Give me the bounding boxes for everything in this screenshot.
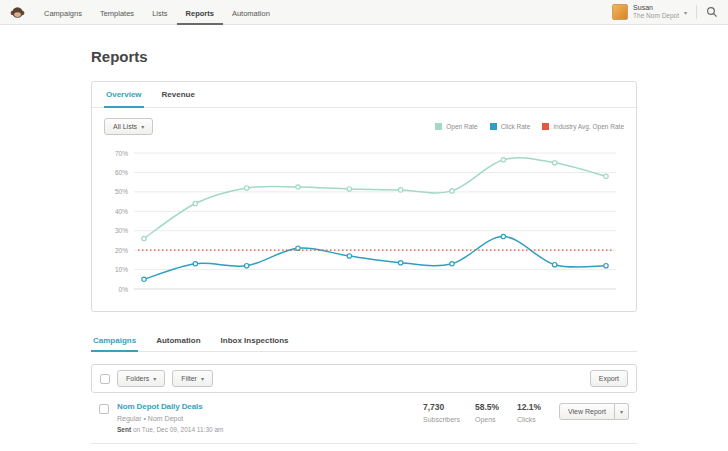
search-icon[interactable]: [706, 6, 718, 18]
nav-item-campaigns[interactable]: Campaigns: [35, 0, 91, 25]
nav-item-templates[interactable]: Templates: [91, 0, 143, 25]
primary-nav: Campaigns Templates Lists Reports Automa…: [35, 0, 279, 25]
chart-area: 0%10%20%30%40%50%60%70%: [92, 137, 636, 311]
sent-rest: on Tue, Dec 09, 2014 11:30 am: [131, 426, 223, 433]
stat-opens: 58.5% Opens: [475, 402, 517, 423]
svg-text:20%: 20%: [115, 247, 128, 254]
subscribers-label: Subscribers: [423, 416, 475, 423]
clicks-value: 12.1%: [517, 402, 559, 412]
chevron-down-icon: ▾: [201, 375, 204, 382]
select-all-checkbox[interactable]: [100, 374, 110, 384]
opens-label: Opens: [475, 416, 517, 423]
view-report-dropdown[interactable]: ▾: [615, 403, 629, 420]
account-name: Susan: [633, 4, 679, 13]
svg-text:30%: 30%: [115, 227, 128, 234]
campaign-row: Nom Depot Daily Deals Regular • Nom Depo…: [91, 393, 637, 444]
tab-campaigns[interactable]: Campaigns: [91, 330, 138, 352]
tab-automation[interactable]: Automation: [154, 330, 202, 351]
chevron-down-icon: ▾: [153, 375, 156, 382]
campaigns-tab-bar: Campaigns Automation Inbox Inspections: [91, 330, 637, 352]
nav-item-reports[interactable]: Reports: [177, 0, 223, 25]
chevron-down-icon: ▾: [620, 408, 623, 415]
svg-text:40%: 40%: [115, 208, 128, 215]
campaign-row: Modern Kitchen: Stories of capers and th…: [91, 444, 637, 451]
campaign-info: Nom Depot Daily Deals Regular • Nom Depo…: [117, 402, 415, 433]
legend-open-rate: Open Rate: [435, 123, 477, 130]
topbar-divider: [696, 5, 697, 19]
mailchimp-logo[interactable]: [10, 5, 25, 20]
all-lists-label: All Lists: [113, 123, 137, 130]
topbar-right: Susan The Nom Depot ▾: [612, 4, 718, 21]
account-caret-icon[interactable]: ▾: [684, 9, 687, 16]
svg-text:50%: 50%: [115, 188, 128, 195]
stat-subscribers: 7,730 Subscribers: [423, 402, 475, 423]
open-rate-swatch-icon: [435, 123, 442, 130]
svg-text:60%: 60%: [115, 169, 128, 176]
sent-prefix: Sent: [117, 426, 131, 433]
page-title: Reports: [91, 48, 637, 65]
report-line-chart: 0%10%20%30%40%50%60%70%: [104, 139, 624, 299]
campaign-title-link[interactable]: Nom Depot Daily Deals: [117, 402, 415, 411]
row-checkbox[interactable]: [99, 404, 109, 414]
chart-controls: All Lists ▾ Open Rate Click Rate Industr…: [92, 108, 636, 137]
main-content: Reports Overview Revenue All Lists ▾ Ope…: [91, 48, 637, 451]
svg-text:10%: 10%: [115, 266, 128, 273]
overview-tab-bar: Overview Revenue: [92, 82, 636, 108]
nav-item-lists[interactable]: Lists: [143, 0, 176, 25]
stat-clicks: 12.1% Clicks: [517, 402, 559, 423]
nav-item-automation[interactable]: Automation: [223, 0, 279, 25]
legend-industry-avg-label: Industry Avg. Open Rate: [553, 123, 624, 130]
all-lists-dropdown[interactable]: All Lists ▾: [104, 118, 153, 135]
clicks-label: Clicks: [517, 416, 559, 423]
top-nav-bar: Campaigns Templates Lists Reports Automa…: [0, 0, 728, 25]
report-overview-card: Overview Revenue All Lists ▾ Open Rate C…: [91, 81, 637, 312]
tab-revenue[interactable]: Revenue: [160, 82, 197, 107]
legend-click-rate-label: Click Rate: [501, 123, 531, 130]
filter-label: Filter: [181, 375, 197, 382]
view-report-button[interactable]: View Report: [559, 403, 615, 420]
tab-inbox-inspections[interactable]: Inbox Inspections: [219, 330, 291, 351]
chart-legend: Open Rate Click Rate Industry Avg. Open …: [435, 123, 624, 130]
campaign-sent-date: Sent on Tue, Dec 09, 2014 11:30 am: [117, 426, 415, 433]
legend-open-rate-label: Open Rate: [446, 123, 477, 130]
folders-label: Folders: [126, 375, 149, 382]
filter-dropdown[interactable]: Filter ▾: [172, 370, 213, 387]
svg-text:70%: 70%: [115, 150, 128, 157]
campaign-meta: Regular • Nom Depot: [117, 415, 415, 422]
account-menu[interactable]: Susan The Nom Depot: [633, 4, 679, 21]
campaign-list-toolbar: Folders ▾ Filter ▾ Export: [91, 364, 637, 393]
export-button[interactable]: Export: [590, 370, 628, 387]
tab-overview[interactable]: Overview: [104, 82, 144, 108]
chevron-down-icon: ▾: [141, 123, 144, 130]
legend-industry-avg: Industry Avg. Open Rate: [542, 123, 624, 130]
svg-text:0%: 0%: [119, 286, 129, 293]
view-report-button-group: View Report ▾: [559, 403, 629, 420]
legend-click-rate: Click Rate: [490, 123, 531, 130]
account-org: The Nom Depot: [633, 12, 679, 20]
opens-value: 58.5%: [475, 402, 517, 412]
avatar[interactable]: [612, 4, 628, 20]
click-rate-swatch-icon: [490, 123, 497, 130]
folders-dropdown[interactable]: Folders ▾: [117, 370, 165, 387]
industry-avg-swatch-icon: [542, 123, 549, 130]
subscribers-value: 7,730: [423, 402, 475, 412]
